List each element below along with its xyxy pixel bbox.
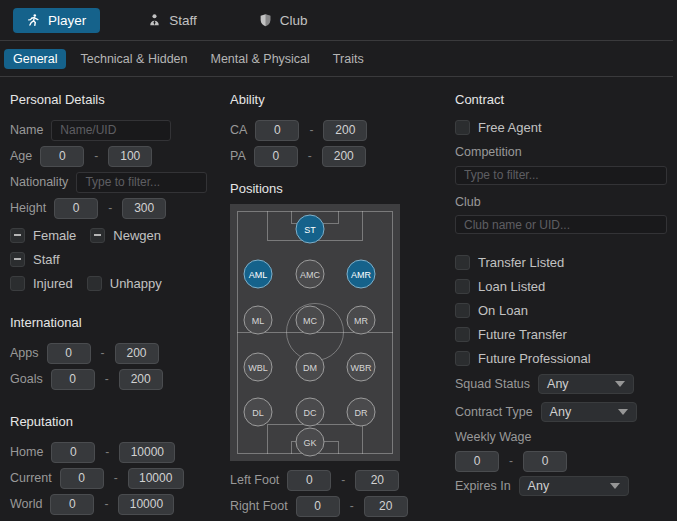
position-badge-dl[interactable]: DL — [244, 398, 273, 427]
future-transfer-checkbox[interactable] — [455, 327, 470, 342]
ability-positions-column: Ability CA - PA - Positions ST AML AMC A… — [230, 84, 436, 521]
pa-max-input[interactable] — [322, 146, 366, 167]
home-rep-min-input[interactable] — [51, 442, 95, 463]
position-badge-wbr[interactable]: WBR — [347, 353, 376, 382]
competition-input[interactable] — [455, 166, 667, 185]
future-transfer-checkbox-item: Future Transfer — [455, 327, 567, 342]
ca-filter-row: CA - — [230, 119, 436, 141]
subtab-general[interactable]: General — [4, 49, 66, 69]
future-transfer-checkbox-label: Future Transfer — [478, 327, 567, 342]
current-rep-min-input[interactable] — [60, 468, 104, 489]
range-separator: - — [112, 471, 120, 485]
international-title: International — [10, 315, 226, 330]
subtab-technical-hidden[interactable]: Technical & Hidden — [71, 49, 196, 69]
position-badge-ml[interactable]: ML — [244, 306, 273, 335]
future-professional-checkbox[interactable] — [455, 351, 470, 366]
age-filter-row: Age - — [10, 145, 226, 167]
contract-column: Contract Free Agent Competition Club Tra… — [455, 84, 672, 504]
weekly-wage-label: Weekly Wage — [455, 430, 531, 444]
loan-listed-checkbox-item: Loan Listed — [455, 279, 545, 294]
age-min-input[interactable] — [40, 146, 84, 167]
transfer-listed-row: Transfer Listed — [455, 254, 672, 270]
injured-checkbox[interactable] — [10, 276, 25, 291]
range-separator: - — [307, 123, 315, 137]
on-loan-checkbox-label: On Loan — [478, 303, 528, 318]
position-badge-dc[interactable]: DC — [296, 398, 325, 427]
apps-min-input[interactable] — [47, 343, 91, 364]
future-professional-checkbox-item: Future Professional — [455, 351, 591, 366]
chevron-down-icon — [615, 381, 625, 387]
goals-filter-row: Goals - — [10, 368, 226, 390]
weekly-wage-max-input[interactable] — [523, 451, 567, 472]
squad-status-dropdown[interactable]: Any — [538, 374, 634, 394]
contract-type-dropdown[interactable]: Any — [541, 402, 637, 422]
height-min-input[interactable] — [54, 198, 98, 219]
age-label: Age — [10, 149, 32, 163]
squad-status-label: Squad Status — [455, 377, 530, 391]
newgen-checkbox[interactable] — [90, 228, 105, 243]
height-max-input[interactable] — [122, 198, 166, 219]
chevron-down-icon — [618, 409, 628, 415]
staff-tie-icon — [148, 13, 161, 27]
left-foot-min-input[interactable] — [287, 470, 331, 491]
world-rep-min-input[interactable] — [50, 494, 94, 515]
goals-max-input[interactable] — [119, 369, 163, 390]
on-loan-checkbox[interactable] — [455, 303, 470, 318]
right-foot-min-input[interactable] — [296, 496, 340, 517]
expires-in-dropdown[interactable]: Any — [519, 476, 629, 496]
position-badge-wbl[interactable]: WBL — [244, 353, 273, 382]
apps-filter-row: Apps - — [10, 342, 226, 364]
subtab-traits[interactable]: Traits — [324, 49, 373, 69]
unhappy-checkbox[interactable] — [87, 276, 102, 291]
tab-player-label: Player — [48, 13, 86, 28]
age-max-input[interactable] — [108, 146, 152, 167]
position-badge-mr[interactable]: MR — [347, 306, 376, 335]
tab-staff[interactable]: Staff — [134, 8, 211, 33]
world-rep-max-input[interactable] — [118, 494, 174, 515]
current-rep-max-input[interactable] — [128, 468, 184, 489]
position-badge-aml[interactable]: AML — [244, 260, 273, 289]
right-foot-max-input[interactable] — [364, 496, 408, 517]
personal-details-title: Personal Details — [10, 92, 226, 107]
female-checkbox[interactable] — [10, 228, 25, 243]
range-separator: - — [348, 499, 356, 513]
nationality-label: Nationality — [10, 175, 68, 189]
position-badge-mc[interactable]: MC — [296, 306, 325, 335]
subtab-mental-physical[interactable]: Mental & Physical — [202, 49, 319, 69]
nationality-input[interactable] — [76, 172, 207, 193]
position-badge-dr[interactable]: DR — [347, 398, 376, 427]
chevron-down-icon — [610, 483, 620, 489]
ca-min-input[interactable] — [255, 120, 299, 141]
pa-min-input[interactable] — [254, 146, 298, 167]
main-tab-bar: Player Staff Club — [0, 0, 677, 40]
range-separator: - — [339, 473, 347, 487]
tab-club[interactable]: Club — [245, 8, 322, 33]
transfer-listed-checkbox[interactable] — [455, 255, 470, 270]
future-professional-row: Future Professional — [455, 350, 672, 366]
position-badge-amr[interactable]: AMR — [347, 260, 376, 289]
ca-max-input[interactable] — [323, 120, 367, 141]
club-input[interactable] — [455, 215, 667, 234]
position-badge-st[interactable]: ST — [296, 215, 325, 244]
contract-title: Contract — [455, 92, 672, 107]
position-badge-gk[interactable]: GK — [296, 428, 325, 457]
range-separator: - — [99, 346, 107, 360]
free-agent-checkbox[interactable] — [455, 120, 470, 135]
injured-checkbox-item: Injured — [10, 276, 73, 291]
loan-listed-checkbox[interactable] — [455, 279, 470, 294]
home-rep-max-input[interactable] — [119, 442, 175, 463]
position-badge-amc[interactable]: AMC — [296, 260, 325, 289]
apps-max-input[interactable] — [115, 343, 159, 364]
tab-staff-label: Staff — [169, 13, 197, 28]
left-foot-max-input[interactable] — [355, 470, 399, 491]
tab-player[interactable]: Player — [13, 8, 100, 33]
squad-status-value: Any — [547, 377, 569, 391]
staff-checkbox-label: Staff — [33, 252, 60, 267]
name-input[interactable] — [51, 120, 171, 141]
range-separator: - — [103, 372, 111, 386]
staff-checkbox[interactable] — [10, 252, 25, 267]
weekly-wage-min-input[interactable] — [455, 451, 499, 472]
goals-min-input[interactable] — [51, 369, 95, 390]
name-label: Name — [10, 123, 43, 137]
position-badge-dm[interactable]: DM — [296, 353, 325, 382]
